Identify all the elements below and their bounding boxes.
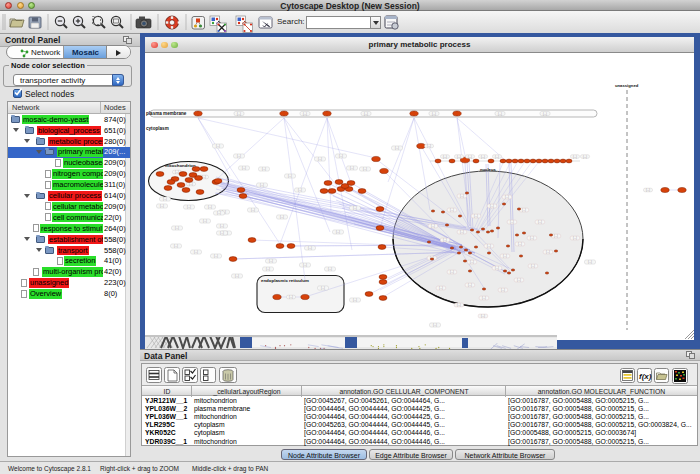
svg-text:(...): (...) — [518, 242, 522, 246]
svg-text:(...): (...) — [303, 112, 307, 116]
svg-text:(...): (...) — [503, 254, 507, 258]
svg-text:(...): (...) — [543, 112, 547, 116]
svg-text:(...): (...) — [583, 155, 587, 159]
svg-text:(...): (...) — [208, 205, 212, 209]
svg-text:(...): (...) — [481, 155, 485, 159]
svg-text:(...): (...) — [216, 144, 220, 148]
svg-text:(...): (...) — [262, 167, 266, 171]
svg-text:nucleus: nucleus — [480, 167, 496, 172]
svg-text:(...): (...) — [450, 270, 454, 274]
svg-text:(...): (...) — [237, 154, 241, 158]
svg-text:(...): (...) — [336, 230, 340, 234]
svg-text:(...): (...) — [495, 155, 499, 159]
svg-text:(...): (...) — [433, 323, 437, 327]
svg-text:(...): (...) — [303, 263, 307, 267]
svg-text:(...): (...) — [460, 230, 464, 234]
svg-text:(...): (...) — [160, 204, 164, 208]
svg-text:(...): (...) — [318, 157, 322, 161]
svg-text:(...): (...) — [220, 224, 224, 228]
svg-text:(...): (...) — [646, 188, 650, 192]
svg-text:(...): (...) — [353, 298, 357, 302]
svg-text:(...): (...) — [460, 194, 464, 198]
svg-text:(...): (...) — [237, 112, 241, 116]
svg-text:(...): (...) — [328, 267, 332, 271]
svg-text:(...): (...) — [194, 250, 198, 254]
svg-text:(...): (...) — [498, 112, 502, 116]
svg-text:(...): (...) — [353, 206, 357, 210]
svg-text:(...): (...) — [187, 205, 191, 209]
svg-text:(...): (...) — [220, 231, 224, 235]
svg-text:(...): (...) — [481, 314, 485, 318]
svg-text:(...): (...) — [517, 278, 521, 282]
svg-text:(...): (...) — [468, 155, 472, 159]
svg-text:(...): (...) — [251, 208, 255, 212]
svg-text:cytoplasm: cytoplasm — [146, 126, 169, 131]
svg-text:(...): (...) — [457, 155, 461, 159]
svg-text:(...): (...) — [439, 286, 443, 290]
svg-text:(...): (...) — [482, 296, 486, 300]
svg-text:(...): (...) — [538, 220, 542, 224]
svg-text:(...): (...) — [474, 214, 478, 218]
svg-text:(...): (...) — [203, 219, 207, 223]
svg-text:(...): (...) — [364, 112, 368, 116]
svg-text:(...): (...) — [468, 283, 472, 287]
svg-text:(...): (...) — [175, 226, 179, 230]
svg-text:(...): (...) — [554, 234, 558, 238]
svg-text:(...): (...) — [443, 238, 447, 242]
svg-text:(...): (...) — [260, 183, 264, 187]
svg-text:(...): (...) — [487, 244, 491, 248]
svg-text:(...): (...) — [531, 264, 535, 268]
svg-text:(...): (...) — [427, 144, 431, 148]
svg-text:(...): (...) — [174, 244, 178, 248]
svg-text:unassigned: unassigned — [615, 83, 639, 88]
svg-text:(...): (...) — [189, 182, 193, 186]
svg-text:(...): (...) — [450, 208, 454, 212]
svg-text:(...): (...) — [214, 254, 218, 258]
svg-text:(...): (...) — [266, 267, 270, 271]
svg-text:(...): (...) — [457, 303, 461, 307]
svg-text:(...): (...) — [350, 166, 354, 170]
svg-text:(...): (...) — [298, 188, 302, 192]
svg-text:endoplasmic reticulum: endoplasmic reticulum — [261, 278, 309, 283]
svg-text:(...): (...) — [530, 236, 534, 240]
svg-text:(...): (...) — [235, 274, 239, 278]
svg-text:(...): (...) — [431, 224, 435, 228]
svg-text:plasma membrane: plasma membrane — [146, 111, 187, 116]
svg-text:(...): (...) — [280, 215, 284, 219]
svg-text:(...): (...) — [363, 167, 367, 171]
svg-text:(...): (...) — [217, 211, 221, 215]
svg-text:(...): (...) — [490, 204, 494, 208]
svg-text:(...): (...) — [163, 197, 167, 201]
svg-text:(...): (...) — [395, 146, 399, 150]
svg-text:(...): (...) — [573, 236, 577, 240]
svg-text:(...): (...) — [573, 155, 577, 159]
svg-text:(...): (...) — [432, 112, 436, 116]
svg-text:(...): (...) — [175, 170, 179, 174]
svg-text:(...): (...) — [588, 260, 592, 264]
svg-text:mitochondrion: mitochondrion — [165, 163, 196, 168]
svg-text:(...): (...) — [269, 259, 273, 263]
svg-text:(...): (...) — [288, 174, 292, 178]
svg-text:(...): (...) — [289, 295, 293, 299]
svg-text:(...): (...) — [505, 195, 509, 199]
svg-text:(...): (...) — [510, 220, 514, 224]
svg-text:(...): (...) — [308, 246, 312, 250]
svg-text:(...): (...) — [242, 166, 246, 170]
svg-text:(...): (...) — [522, 208, 526, 212]
svg-text:(...): (...) — [546, 250, 550, 254]
svg-text:(...): (...) — [443, 155, 447, 159]
svg-text:(...): (...) — [321, 286, 325, 290]
svg-text:(...): (...) — [501, 288, 505, 292]
svg-text:f(x): f(x) — [639, 372, 652, 381]
svg-text:(...): (...) — [495, 266, 499, 270]
svg-text:(...): (...) — [339, 154, 343, 158]
svg-text:(...): (...) — [470, 260, 474, 264]
